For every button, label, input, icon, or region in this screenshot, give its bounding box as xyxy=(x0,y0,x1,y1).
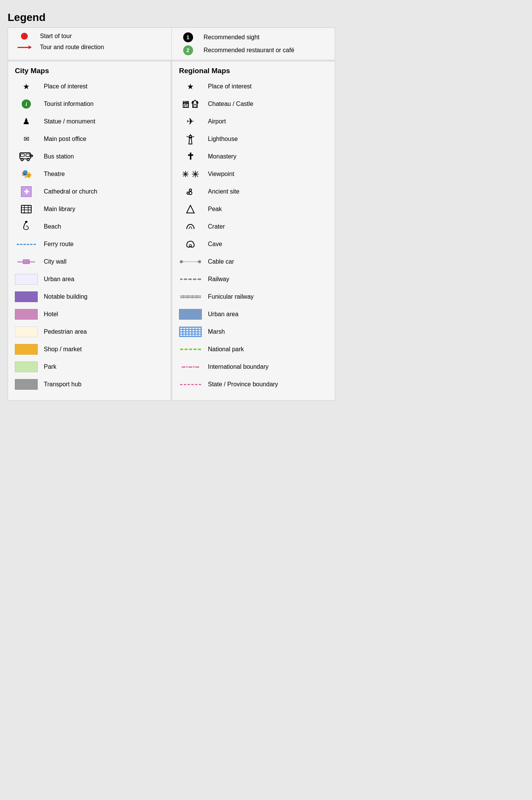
transport-hub-row: Transport hub xyxy=(15,378,164,391)
railway-label: Railway xyxy=(208,275,328,283)
post-office-row: ✉ Main post office xyxy=(15,132,164,146)
theatre-label: Theatre xyxy=(44,170,164,178)
lighthouse-icon xyxy=(179,133,202,145)
castle-icon xyxy=(179,100,202,108)
ancient-site-label: Ancient site xyxy=(208,188,328,196)
svg-point-37 xyxy=(187,192,189,194)
start-tour-label: Start of tour xyxy=(40,32,165,40)
route-direction-row: Tour and route direction xyxy=(15,43,165,51)
urban-area-city-row: Urban area xyxy=(15,272,164,286)
svg-marker-39 xyxy=(187,205,194,213)
intl-boundary-icon xyxy=(179,366,202,368)
viewpoint-label: Viewpoint xyxy=(208,170,328,178)
statue-row: ♟ Statue / monument xyxy=(15,115,164,128)
ferry-route-label: Ferry route xyxy=(44,240,164,248)
monastery-icon: ✝ xyxy=(179,151,202,162)
natpark-label: National park xyxy=(208,346,328,354)
bus-station-row: Bus station xyxy=(15,150,164,163)
castle-row: Chateau / Castle xyxy=(179,97,328,111)
lighthouse-label: Lighthouse xyxy=(208,135,328,143)
city-maps-col: City Maps ★ Place of interest i Tourist … xyxy=(8,61,171,401)
svg-rect-2 xyxy=(26,154,30,157)
natpark-icon xyxy=(179,349,202,350)
city-wall-row: City wall xyxy=(15,255,164,269)
shop-row: Shop / market xyxy=(15,342,164,356)
svg-point-4 xyxy=(27,158,29,161)
recommended-sight-label: Recommended sight xyxy=(204,34,328,42)
recommended-restaurant-label: Recommended restaurant or café xyxy=(204,46,328,54)
cave-icon xyxy=(179,240,202,249)
bus-station-label: Bus station xyxy=(44,153,164,161)
funicular-row: Funicular railway xyxy=(179,290,328,304)
library-icon xyxy=(15,205,38,214)
railway-row: Railway xyxy=(179,272,328,286)
beach-row: Beach xyxy=(15,220,164,234)
ferry-route-row: Ferry route xyxy=(15,237,164,251)
crater-label: Crater xyxy=(208,223,328,231)
park-icon xyxy=(15,362,38,372)
svg-line-24 xyxy=(187,136,189,137)
svg-point-38 xyxy=(189,189,192,191)
place-of-interest-row: ★ Place of interest xyxy=(15,80,164,93)
start-tour-icon xyxy=(15,33,34,40)
legend-container: Legend Start of tour Tour and route dire… xyxy=(8,8,335,405)
cable-car-row: Cable car xyxy=(179,255,328,269)
regional-maps-title: Regional Maps xyxy=(179,67,328,75)
route-direction-icon xyxy=(15,47,34,48)
post-office-label: Main post office xyxy=(44,135,164,143)
airport-icon: ✈ xyxy=(179,116,202,127)
svg-rect-16 xyxy=(185,105,187,107)
lighthouse-row: Lighthouse xyxy=(179,132,328,146)
viewpoint-row: Viewpoint xyxy=(179,167,328,181)
main-section: City Maps ★ Place of interest i Tourist … xyxy=(8,61,335,401)
cable-car-icon xyxy=(179,260,202,263)
legend-title: Legend xyxy=(8,11,335,24)
recommended-sight-icon: 1 xyxy=(179,32,198,42)
post-office-icon: ✉ xyxy=(15,135,38,143)
marsh-row: Marsh xyxy=(179,325,328,339)
hotel-icon xyxy=(15,309,38,320)
recommended-sight-row: 1 Recommended sight xyxy=(179,32,328,42)
statue-icon: ♟ xyxy=(15,117,38,126)
city-maps-title: City Maps xyxy=(15,67,164,75)
top-left: Start of tour Tour and route direction xyxy=(8,28,172,60)
funicular-icon xyxy=(179,294,202,299)
cathedral-label: Cathedral or church xyxy=(44,188,164,196)
crater-icon xyxy=(179,223,202,230)
urban-area-reg-label: Urban area xyxy=(208,310,328,318)
cathedral-row: ✚ Cathedral or church xyxy=(15,185,164,198)
city-wall-label: City wall xyxy=(44,258,164,266)
notable-building-icon xyxy=(15,291,38,302)
beach-icon xyxy=(15,221,38,232)
tourist-info-label: Tourist information xyxy=(44,100,164,108)
place-interest-city-label: Place of interest xyxy=(44,83,164,91)
urban-area-reg-row: Urban area xyxy=(179,307,328,321)
library-row: Main library xyxy=(15,202,164,216)
theatre-row: 🎭 Theatre xyxy=(15,167,164,181)
beach-label: Beach xyxy=(44,223,164,231)
railway-icon xyxy=(179,277,202,282)
park-label: Park xyxy=(44,363,164,371)
cave-row: Cave xyxy=(179,237,328,251)
place-interest-reg-row: ★ Place of interest xyxy=(179,80,328,93)
place-interest-reg-label: Place of interest xyxy=(208,83,328,91)
top-right: 1 Recommended sight 2 Recommended restau… xyxy=(172,28,335,60)
viewpoint-icon xyxy=(179,170,202,178)
start-of-tour-row: Start of tour xyxy=(15,32,165,40)
marsh-icon xyxy=(179,326,202,337)
svg-rect-18 xyxy=(194,104,196,107)
cable-car-label: Cable car xyxy=(208,258,328,266)
svg-line-25 xyxy=(192,136,194,137)
cave-label: Cave xyxy=(208,240,328,248)
airport-label: Airport xyxy=(208,118,328,126)
ferry-route-icon xyxy=(15,244,38,245)
route-direction-label: Tour and route direction xyxy=(40,43,165,51)
state-boundary-row: State / Province boundary xyxy=(179,378,328,391)
recommended-restaurant-icon: 2 xyxy=(179,45,198,55)
castle-label: Chateau / Castle xyxy=(208,100,328,108)
tourist-info-row: i Tourist information xyxy=(15,97,164,111)
urban-area-city-icon xyxy=(15,274,38,285)
recommended-restaurant-row: 2 Recommended restaurant or café xyxy=(179,45,328,55)
marsh-label: Marsh xyxy=(208,328,328,336)
urban-area-city-label: Urban area xyxy=(44,275,164,283)
